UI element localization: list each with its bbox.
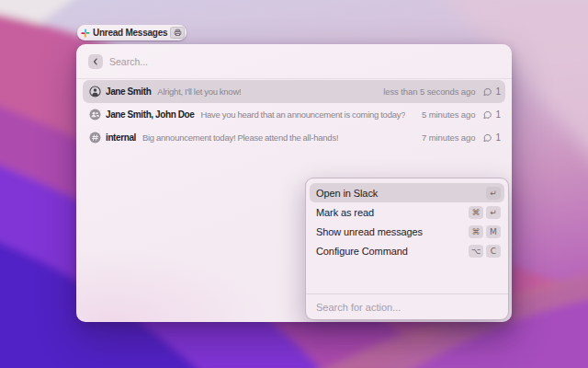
message-list: Jane Smith Alright, I'll let you know! l… xyxy=(76,79,512,150)
message-time: 7 minutes ago xyxy=(422,132,475,143)
chat-bubble-icon xyxy=(482,87,492,97)
action-configure-command[interactable]: Configure Command ⌥ C xyxy=(310,241,504,260)
key-return: ↵ xyxy=(486,206,501,219)
hash-circle-icon xyxy=(89,132,101,144)
unread-count: 1 xyxy=(495,86,501,97)
unread-count: 1 xyxy=(495,132,501,143)
action-mark-as-read[interactable]: Mark as read ⌘ ↵ xyxy=(310,202,504,222)
message-preview: Big announcement today! Please attend th… xyxy=(142,132,338,143)
chat-bubble-icon xyxy=(482,133,492,143)
key-c: C xyxy=(486,245,501,258)
message-row[interactable]: Jane Smith, John Doe Have you heard that… xyxy=(83,103,505,126)
message-title: Jane Smith, John Doe xyxy=(106,109,194,120)
unread-count: 1 xyxy=(495,109,501,120)
message-preview: Have you heard that an announcement is c… xyxy=(200,109,405,120)
message-preview: Alright, I'll let you know! xyxy=(157,86,241,97)
key-cmd: ⌘ xyxy=(469,225,483,238)
message-title: Jane Smith xyxy=(106,86,151,97)
printer-icon xyxy=(170,27,185,39)
message-time: 5 minutes ago xyxy=(422,109,475,120)
person-circle-icon xyxy=(89,86,101,98)
key-return: ↵ xyxy=(486,187,501,200)
key-option: ⌥ xyxy=(469,245,483,258)
action-open-in-slack[interactable]: Open in Slack ↵ xyxy=(310,183,504,202)
action-search-input[interactable] xyxy=(316,302,498,313)
slack-icon xyxy=(81,29,90,38)
raycast-window: Jane Smith Alright, I'll let you know! l… xyxy=(76,44,512,322)
back-button[interactable] xyxy=(88,54,103,69)
people-circle-icon xyxy=(89,109,101,121)
message-row[interactable]: internal Big announcement today! Please … xyxy=(83,126,505,149)
action-show-unread[interactable]: Show unread messages ⌘ M xyxy=(310,222,504,241)
search-input[interactable] xyxy=(109,56,500,67)
search-header xyxy=(76,44,512,78)
chevron-left-icon xyxy=(91,57,100,66)
key-m: M xyxy=(486,225,501,238)
chat-bubble-icon xyxy=(482,110,492,120)
message-time: less than 5 seconds ago xyxy=(383,86,475,97)
command-pill[interactable]: Unread Messages xyxy=(77,25,187,40)
message-row[interactable]: Jane Smith Alright, I'll let you know! l… xyxy=(83,80,505,103)
message-title: internal xyxy=(106,132,136,143)
action-panel: Open in Slack ↵ Mark as read ⌘ ↵ Show un… xyxy=(305,178,509,320)
command-pill-label: Unread Messages xyxy=(93,28,167,38)
key-cmd: ⌘ xyxy=(469,206,483,219)
